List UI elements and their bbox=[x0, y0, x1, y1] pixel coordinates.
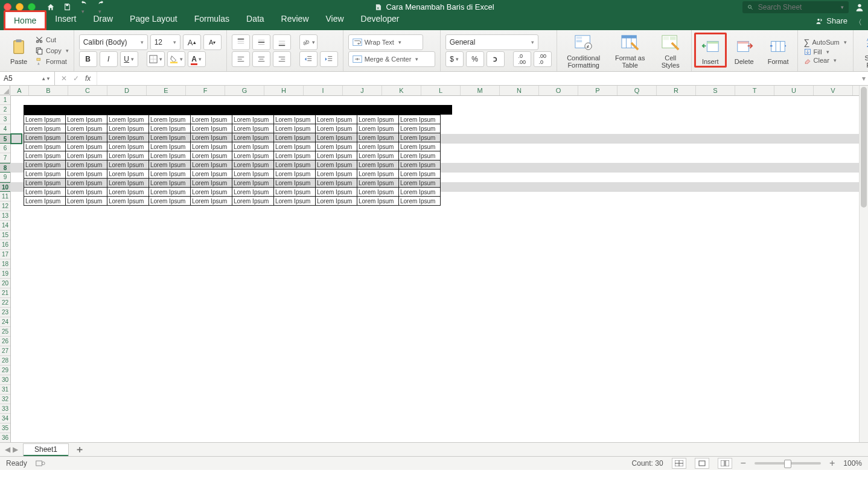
table-row[interactable]: Lorem IpsumLorem IpsumLorem IpsumLorem I… bbox=[24, 170, 441, 179]
col-header-P[interactable]: P bbox=[578, 86, 617, 95]
cell[interactable]: Lorem Ipsum bbox=[232, 124, 274, 133]
cell[interactable]: Lorem Ipsum bbox=[24, 115, 66, 124]
decrease-indent-button[interactable] bbox=[299, 51, 318, 67]
cell[interactable]: Lorem Ipsum bbox=[149, 179, 191, 188]
tab-developer[interactable]: Developer bbox=[353, 10, 408, 30]
cell[interactable]: Lorem Ipsum bbox=[274, 124, 316, 133]
enter-formula-icon[interactable]: ✓ bbox=[73, 74, 79, 83]
cell-styles-button[interactable]: Cell Styles bbox=[655, 31, 686, 70]
search-input[interactable] bbox=[757, 2, 837, 12]
cell[interactable]: Lorem Ipsum bbox=[316, 179, 357, 188]
cell[interactable]: Lorem Ipsum bbox=[316, 133, 357, 142]
cell[interactable]: Lorem Ipsum bbox=[232, 188, 274, 197]
delete-cells-button[interactable]: Delete bbox=[730, 35, 758, 66]
cell[interactable]: Lorem Ipsum bbox=[107, 179, 149, 188]
cell[interactable]: Lorem Ipsum bbox=[357, 151, 399, 160]
increase-indent-button[interactable] bbox=[320, 51, 338, 67]
cell[interactable]: Lorem Ipsum bbox=[357, 188, 399, 197]
cell[interactable]: Lorem Ipsum bbox=[66, 197, 107, 206]
cell[interactable]: Lorem Ipsum bbox=[149, 197, 191, 206]
cell[interactable]: Lorem Ipsum bbox=[316, 197, 357, 206]
data-table[interactable]: Lorem IpsumLorem IpsumLorem IpsumLorem I… bbox=[24, 115, 441, 206]
cell[interactable]: Lorem Ipsum bbox=[316, 115, 357, 124]
table-row[interactable]: Lorem IpsumLorem IpsumLorem IpsumLorem I… bbox=[24, 151, 441, 160]
cell[interactable]: Lorem Ipsum bbox=[24, 188, 66, 197]
col-header-S[interactable]: S bbox=[696, 86, 735, 95]
table-row[interactable]: Lorem IpsumLorem IpsumLorem IpsumLorem I… bbox=[24, 179, 441, 188]
align-top-button[interactable] bbox=[232, 34, 250, 50]
decrease-decimal-button[interactable]: .00.0 bbox=[534, 51, 552, 67]
worksheet-grid[interactable]: ABCDEFGHIJKLMNOPQRSTUV 12345678910111213… bbox=[0, 86, 868, 443]
col-header-G[interactable]: G bbox=[225, 86, 264, 95]
row-header-25[interactable]: 25 bbox=[0, 327, 10, 337]
row-header-21[interactable]: 21 bbox=[0, 288, 10, 298]
align-right-button[interactable] bbox=[273, 51, 291, 67]
row-header-8[interactable]: 8 bbox=[0, 163, 10, 173]
cell[interactable]: Lorem Ipsum bbox=[149, 151, 191, 160]
col-header-L[interactable]: L bbox=[421, 86, 461, 95]
cell[interactable]: Lorem Ipsum bbox=[191, 179, 232, 188]
row-header-3[interactable]: 3 bbox=[0, 115, 10, 124]
col-header-K[interactable]: K bbox=[382, 86, 421, 95]
table-row[interactable]: Lorem IpsumLorem IpsumLorem IpsumLorem I… bbox=[24, 197, 441, 206]
cell[interactable]: Lorem Ipsum bbox=[191, 133, 232, 142]
cell[interactable]: Lorem Ipsum bbox=[107, 133, 149, 142]
table-row[interactable]: Lorem IpsumLorem IpsumLorem IpsumLorem I… bbox=[24, 160, 441, 170]
fx-icon[interactable]: fx bbox=[85, 74, 91, 83]
col-header-B[interactable]: B bbox=[29, 86, 68, 95]
cell[interactable]: Lorem Ipsum bbox=[191, 151, 232, 160]
cell[interactable]: Lorem Ipsum bbox=[66, 179, 107, 188]
row-header-6[interactable]: 6 bbox=[0, 144, 10, 153]
normal-view-button[interactable] bbox=[672, 458, 686, 469]
row-header-36[interactable]: 36 bbox=[0, 433, 10, 443]
cell[interactable]: Lorem Ipsum bbox=[24, 160, 66, 170]
align-left-button[interactable] bbox=[232, 51, 250, 67]
cell[interactable]: Lorem Ipsum bbox=[24, 133, 66, 142]
cell[interactable]: Lorem Ipsum bbox=[274, 188, 316, 197]
cut-button[interactable]: Cut bbox=[35, 36, 69, 44]
macro-record-icon[interactable] bbox=[36, 459, 45, 468]
cell[interactable]: Lorem Ipsum bbox=[149, 124, 191, 133]
cell[interactable]: Lorem Ipsum bbox=[399, 133, 441, 142]
add-sheet-button[interactable]: ＋ bbox=[75, 443, 85, 456]
cell[interactable]: Lorem Ipsum bbox=[357, 133, 399, 142]
cell[interactable]: Lorem Ipsum bbox=[399, 142, 441, 151]
col-header-R[interactable]: R bbox=[657, 86, 696, 95]
cell[interactable]: Lorem Ipsum bbox=[66, 160, 107, 170]
next-sheet-icon[interactable]: ▶ bbox=[13, 445, 18, 454]
cell[interactable]: Lorem Ipsum bbox=[357, 142, 399, 151]
cell[interactable]: Lorem Ipsum bbox=[149, 115, 191, 124]
cell[interactable]: Lorem Ipsum bbox=[149, 188, 191, 197]
cell[interactable]: Lorem Ipsum bbox=[24, 179, 66, 188]
select-all-corner[interactable] bbox=[0, 86, 10, 95]
bold-button[interactable]: B bbox=[79, 51, 97, 67]
paste-button[interactable]: Paste bbox=[5, 35, 33, 66]
sheet-tab-sheet1[interactable]: Sheet1 bbox=[23, 443, 69, 456]
merge-center-button[interactable]: Merge & Center bbox=[348, 51, 435, 67]
col-header-A[interactable]: A bbox=[10, 86, 29, 95]
cell[interactable]: Lorem Ipsum bbox=[107, 188, 149, 197]
cell[interactable]: Lorem Ipsum bbox=[107, 170, 149, 179]
cell[interactable]: Lorem Ipsum bbox=[316, 170, 357, 179]
cell[interactable]: Lorem Ipsum bbox=[107, 115, 149, 124]
row-header-14[interactable]: 14 bbox=[0, 221, 10, 230]
cell[interactable]: Lorem Ipsum bbox=[66, 151, 107, 160]
cell[interactable]: Lorem Ipsum bbox=[24, 170, 66, 179]
row-header-35[interactable]: 35 bbox=[0, 423, 10, 433]
col-header-D[interactable]: D bbox=[107, 86, 147, 95]
row-header-24[interactable]: 24 bbox=[0, 317, 10, 327]
zoom-slider[interactable] bbox=[755, 462, 821, 465]
zoom-out-button[interactable]: − bbox=[741, 458, 746, 469]
cell[interactable]: Lorem Ipsum bbox=[66, 142, 107, 151]
cell[interactable]: Lorem Ipsum bbox=[274, 160, 316, 170]
column-headers[interactable]: ABCDEFGHIJKLMNOPQRSTUV bbox=[10, 86, 868, 96]
row-header-13[interactable]: 13 bbox=[0, 211, 10, 221]
col-header-J[interactable]: J bbox=[343, 86, 382, 95]
cell[interactable]: Lorem Ipsum bbox=[357, 160, 399, 170]
tab-insert[interactable]: Insert bbox=[46, 10, 85, 30]
number-format-select[interactable]: General▾ bbox=[445, 34, 538, 50]
border-button[interactable] bbox=[147, 51, 165, 67]
cell[interactable]: Lorem Ipsum bbox=[191, 188, 232, 197]
vertical-scrollbar[interactable] bbox=[859, 86, 868, 442]
row-header-7[interactable]: 7 bbox=[0, 153, 10, 163]
